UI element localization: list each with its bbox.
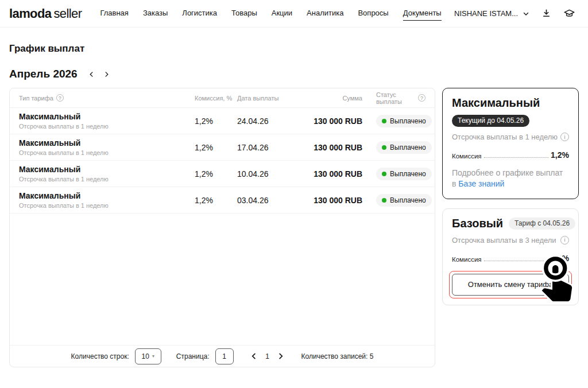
- current-tariff-badge: Текущий до 04.05.26: [452, 115, 529, 127]
- status-badge: Выплачено: [376, 194, 432, 207]
- page-input[interactable]: [215, 348, 234, 364]
- status-dot-icon: [382, 198, 386, 203]
- table-row: Максимальный Отсрочка выплаты в 1 неделю…: [10, 161, 435, 187]
- table-pagination: Количество строк: 10 ▾ Страница: 1 Колич…: [10, 345, 435, 367]
- knowledge-base-link[interactable]: Базе знаний: [458, 179, 504, 188]
- header-right: NISHANE ISTAM...: [454, 7, 575, 20]
- tariff-subtitle: Отсрочка выплаты в 1 неделю: [19, 149, 195, 156]
- rows-per-page-select[interactable]: 10 ▾: [135, 348, 161, 364]
- table-header: Тип тарифа ? Комиссия, % Дата выплаты Су…: [10, 88, 435, 108]
- period-label: Апрель 2026: [9, 68, 78, 80]
- dotted-leader: [484, 157, 549, 158]
- payout-amount: 130 000 RUB: [298, 196, 362, 205]
- records-count: Количество записей: 5: [301, 352, 374, 360]
- rows-per-page-value: 10: [142, 352, 149, 360]
- download-icon[interactable]: [541, 8, 552, 19]
- dotted-leader: [484, 261, 555, 261]
- current-tariff-card: Максимальный Текущий до 04.05.26 Отсрочк…: [442, 88, 579, 199]
- payout-date: 10.04.26: [237, 169, 298, 179]
- knowledge-base-note: Подробнее о графике выплат в Базе знаний: [452, 168, 569, 189]
- payout-amount: 130 000 RUB: [298, 143, 362, 152]
- lamoda-seller-logo[interactable]: lamodaseller: [9, 6, 82, 21]
- tariff-subtitle: Отсрочка выплаты в 1 неделю: [19, 202, 195, 209]
- tariff-name: Максимальный: [19, 112, 195, 122]
- status-badge: Выплачено: [376, 141, 432, 154]
- rows-per-page-label: Количество строк:: [71, 352, 129, 360]
- help-icon[interactable]: ?: [418, 94, 425, 102]
- nav-item-analitika[interactable]: Аналитика: [307, 6, 343, 21]
- current-tariff-delay: Отсрочка выплаты в 1 неделю: [452, 133, 558, 141]
- commission-value: 1,2%: [551, 150, 569, 160]
- status-badge: Выплачено: [376, 168, 432, 180]
- table-empty-area: [10, 214, 435, 345]
- nav-item-zakazy[interactable]: Заказы: [143, 6, 168, 21]
- current-page-number: 1: [260, 352, 275, 360]
- next-tariff-delay: Отсрочка выплаты в 3 недели: [452, 236, 556, 245]
- commission-value: 1,2%: [195, 196, 237, 205]
- status-label: Выплачено: [390, 143, 426, 152]
- tariff-subtitle: Отсрочка выплаты в 1 неделю: [19, 123, 195, 130]
- nav-item-akcii[interactable]: Акции: [272, 6, 292, 21]
- page-title: График выплат: [9, 43, 579, 55]
- note-prefix: в: [452, 179, 458, 188]
- payout-amount: 130 000 RUB: [298, 117, 362, 126]
- nav-item-dokumenty[interactable]: Документы: [403, 6, 442, 21]
- info-icon[interactable]: i: [560, 236, 569, 245]
- commission-value: 1,2%: [195, 169, 237, 179]
- tariff-name: Максимальный: [19, 165, 195, 174]
- top-bar: lamodaseller Главная Заказы Логистика То…: [0, 0, 588, 28]
- page-content: График выплат Апрель 2026 Тип тарифа ? К…: [0, 43, 588, 367]
- prev-page-button[interactable]: [249, 351, 260, 362]
- col-header-commission: Комиссия, %: [195, 95, 237, 102]
- account-menu[interactable]: NISHANE ISTAM...: [454, 9, 529, 18]
- current-tariff-title: Максимальный: [452, 96, 569, 110]
- tariff-name: Максимальный: [19, 138, 195, 148]
- account-name: NISHANE ISTAM...: [454, 9, 518, 18]
- tariff-sidebar: Максимальный Текущий до 04.05.26 Отсрочк…: [442, 88, 579, 305]
- payout-amount: 130 000 RUB: [298, 169, 362, 179]
- help-icon[interactable]: ?: [56, 94, 64, 102]
- table-row: Максимальный Отсрочка выплаты в 1 неделю…: [10, 108, 435, 134]
- table-row: Максимальный Отсрочка выплаты в 1 неделю…: [10, 187, 435, 214]
- status-dot-icon: [382, 145, 386, 150]
- payout-date: 03.04.26: [237, 196, 298, 205]
- info-icon[interactable]: i: [560, 133, 569, 141]
- next-month-button[interactable]: [102, 69, 112, 79]
- tariff-subtitle: Отсрочка выплаты в 1 неделю: [19, 176, 195, 183]
- logo-lamoda: lamoda: [9, 6, 51, 21]
- commission-label: Комиссия: [452, 153, 482, 160]
- chevron-down-icon: [523, 10, 529, 17]
- commission-value: 1,2%: [195, 143, 237, 152]
- col-header-date: Дата выплаты: [237, 95, 298, 102]
- prev-month-button[interactable]: [87, 69, 97, 79]
- commission-label: Комиссия: [452, 256, 482, 263]
- payout-date: 17.04.26: [237, 143, 298, 152]
- next-tariff-title: Базовый: [452, 217, 503, 230]
- next-page-button[interactable]: [275, 351, 287, 362]
- tariff-name: Максимальный: [19, 191, 195, 201]
- payout-table: Тип тарифа ? Комиссия, % Дата выплаты Су…: [9, 88, 435, 367]
- main-nav: Главная Заказы Логистика Товары Акции Ан…: [100, 6, 441, 21]
- status-label: Выплачено: [390, 170, 426, 178]
- logo-seller: seller: [53, 6, 82, 21]
- table-row: Максимальный Отсрочка выплаты в 1 неделю…: [10, 134, 435, 161]
- period-selector: Апрель 2026: [9, 68, 579, 80]
- page-label: Страница:: [176, 352, 210, 360]
- education-cap-icon[interactable]: [563, 7, 575, 20]
- nav-item-voprosy[interactable]: Вопросы: [358, 6, 388, 21]
- nav-item-tovary[interactable]: Товары: [231, 6, 257, 21]
- nav-item-logistika[interactable]: Логистика: [182, 6, 217, 21]
- note-text: Подробнее о графике выплат: [452, 168, 563, 177]
- next-tariff-card: Базовый Тариф с 04.05.26 Отсрочка выплат…: [442, 208, 579, 305]
- cancel-tariff-change-button[interactable]: Отменить смену тарифа: [452, 274, 569, 296]
- payout-date: 24.04.26: [237, 117, 298, 126]
- col-header-amount: Сумма: [298, 95, 362, 102]
- status-badge: Выплачено: [376, 115, 432, 127]
- next-tariff-badge: Тариф с 04.05.26: [509, 218, 575, 230]
- status-label: Выплачено: [390, 196, 426, 204]
- col-header-status: Статус выплаты: [376, 91, 415, 105]
- status-dot-icon: [382, 172, 386, 176]
- caret-down-icon: ▾: [152, 354, 154, 359]
- nav-item-glavnaya[interactable]: Главная: [100, 6, 128, 21]
- status-label: Выплачено: [390, 117, 426, 125]
